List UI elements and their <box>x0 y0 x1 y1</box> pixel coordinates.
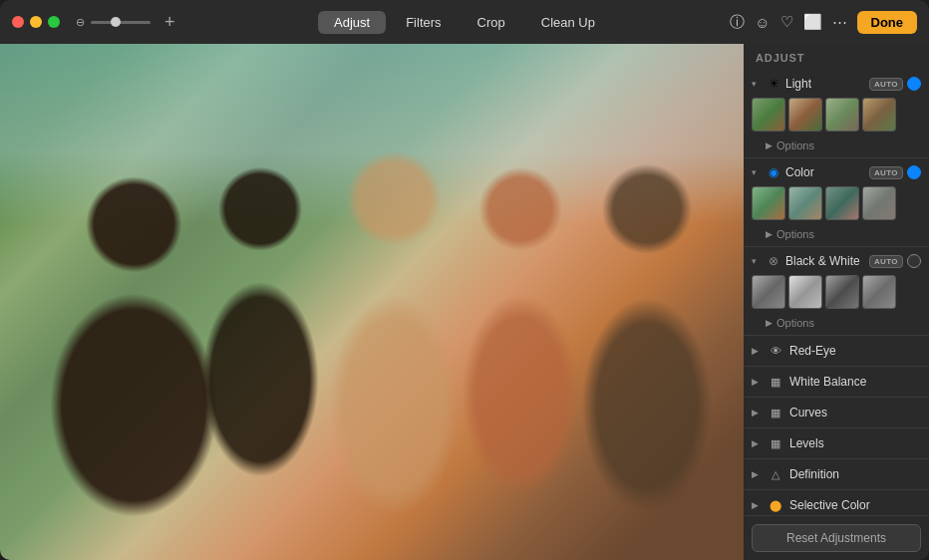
color-thumbs <box>744 186 929 226</box>
light-options-label: Options <box>776 140 814 151</box>
white-balance-icon: ▦ <box>768 374 783 390</box>
traffic-lights <box>12 16 60 28</box>
light-icon: ☀ <box>766 76 781 92</box>
color-chevron-icon: ▾ <box>752 167 762 177</box>
light-section-header[interactable]: ▾ ☀ Light AUTO <box>744 70 929 98</box>
color-options-label: Options <box>776 228 814 240</box>
color-icon: ◉ <box>766 164 781 180</box>
levels-item[interactable]: ▶ ▦ Levels <box>744 428 929 459</box>
bw-title: Black & White <box>785 254 865 268</box>
bw-chevron-icon: ▾ <box>752 256 762 266</box>
bw-options[interactable]: ▶ Options <box>744 315 929 335</box>
emoji-icon[interactable]: ☺ <box>755 14 770 31</box>
main-content: ADJUST ▾ ☀ Light AUTO <box>0 44 929 560</box>
reset-area: Reset Adjustments <box>744 515 929 560</box>
color-title: Color <box>785 165 865 179</box>
selective-color-icon: ⬤ <box>768 497 783 513</box>
light-toggle[interactable] <box>907 77 921 91</box>
slider-thumb <box>111 17 121 27</box>
white-balance-chevron-icon: ▶ <box>752 377 762 387</box>
bw-actions: AUTO <box>869 254 921 268</box>
color-actions: AUTO <box>869 165 921 179</box>
bw-options-label: Options <box>776 317 814 329</box>
light-thumb-2[interactable] <box>788 98 822 132</box>
definition-icon: △ <box>768 466 783 482</box>
close-button[interactable] <box>12 16 24 28</box>
selective-color-label: Selective Color <box>789 498 870 512</box>
people-overlay <box>0 44 744 560</box>
color-toggle[interactable] <box>907 165 921 179</box>
color-thumb-4[interactable] <box>862 186 896 220</box>
white-balance-label: White Balance <box>789 375 866 389</box>
tab-filters[interactable]: Filters <box>390 11 457 34</box>
light-auto-badge[interactable]: AUTO <box>869 78 903 91</box>
titlebar-right: ⓘ ☺ ♡ ⬜ ⋯ Done <box>730 11 917 34</box>
color-auto-badge[interactable]: AUTO <box>869 166 903 179</box>
maximize-button[interactable] <box>48 16 60 28</box>
zoom-slider-area: ⊖ + <box>76 13 175 31</box>
share-icon[interactable]: ⬜ <box>803 13 822 31</box>
bw-thumb-1[interactable] <box>752 275 785 309</box>
levels-icon: ▦ <box>768 435 783 451</box>
levels-label: Levels <box>789 436 824 450</box>
color-thumb-1[interactable] <box>752 186 785 220</box>
levels-chevron-icon: ▶ <box>752 438 762 448</box>
titlebar: ⊖ + Adjust Filters Crop Clean Up ⓘ ☺ ♡ ⬜… <box>0 0 929 44</box>
red-eye-chevron-icon: ▶ <box>752 346 762 356</box>
minimize-button[interactable] <box>30 16 42 28</box>
bw-options-chevron-icon: ▶ <box>766 318 773 328</box>
light-section: ▾ ☀ Light AUTO ▶ Options <box>744 70 929 158</box>
curves-chevron-icon: ▶ <box>752 408 762 418</box>
light-chevron-icon: ▾ <box>752 79 762 89</box>
bw-icon: ⊗ <box>766 253 781 269</box>
reset-adjustments-button[interactable]: Reset Adjustments <box>752 524 921 552</box>
zoom-out-icon: ⊖ <box>76 16 85 29</box>
selective-color-chevron-icon: ▶ <box>752 500 762 510</box>
right-panel: ADJUST ▾ ☀ Light AUTO <box>744 44 929 560</box>
color-thumb-3[interactable] <box>825 186 859 220</box>
red-eye-item[interactable]: ▶ 👁 Red-Eye <box>744 336 929 367</box>
info-icon[interactable]: ⓘ <box>730 13 745 32</box>
light-thumb-3[interactable] <box>825 98 859 132</box>
color-options[interactable]: ▶ Options <box>744 226 929 246</box>
red-eye-icon: 👁 <box>768 343 783 359</box>
curves-icon: ▦ <box>768 405 783 420</box>
nav-tabs: Adjust Filters Crop Clean Up <box>318 11 611 34</box>
curves-item[interactable]: ▶ ▦ Curves <box>744 398 929 428</box>
color-thumb-2[interactable] <box>788 186 822 220</box>
panel-content: ▾ ☀ Light AUTO ▶ Options <box>744 70 929 515</box>
curves-label: Curves <box>789 406 827 420</box>
light-thumb-4[interactable] <box>862 98 896 132</box>
zoom-slider[interactable] <box>91 21 151 24</box>
red-eye-label: Red-Eye <box>789 344 836 358</box>
options-chevron-icon: ▶ <box>766 140 773 150</box>
color-section: ▾ ◉ Color AUTO ▶ Options <box>744 158 929 247</box>
more-icon[interactable]: ⋯ <box>832 13 847 31</box>
panel-header: ADJUST <box>744 44 929 70</box>
definition-label: Definition <box>789 467 839 481</box>
light-thumb-1[interactable] <box>752 98 785 132</box>
light-actions: AUTO <box>869 77 921 91</box>
tab-adjust[interactable]: Adjust <box>318 11 386 34</box>
done-button[interactable]: Done <box>857 11 918 34</box>
tab-cleanup[interactable]: Clean Up <box>525 11 611 34</box>
bw-thumbs <box>744 275 929 315</box>
bw-toggle[interactable] <box>907 254 921 268</box>
tab-crop[interactable]: Crop <box>462 11 521 34</box>
light-title: Light <box>785 77 865 91</box>
bw-thumb-3[interactable] <box>825 275 859 309</box>
add-icon[interactable]: + <box>164 13 175 31</box>
photo-canvas <box>0 44 744 560</box>
bw-auto-badge[interactable]: AUTO <box>869 255 903 268</box>
light-thumbs <box>744 98 929 138</box>
bw-thumb-4[interactable] <box>862 275 896 309</box>
definition-item[interactable]: ▶ △ Definition <box>744 459 929 490</box>
bw-section-header[interactable]: ▾ ⊗ Black & White AUTO <box>744 247 929 275</box>
color-options-chevron-icon: ▶ <box>766 229 773 239</box>
white-balance-item[interactable]: ▶ ▦ White Balance <box>744 367 929 398</box>
bw-thumb-2[interactable] <box>788 275 822 309</box>
light-options[interactable]: ▶ Options <box>744 138 929 157</box>
selective-color-item[interactable]: ▶ ⬤ Selective Color <box>744 490 929 515</box>
color-section-header[interactable]: ▾ ◉ Color AUTO <box>744 158 929 186</box>
heart-icon[interactable]: ♡ <box>780 13 793 31</box>
